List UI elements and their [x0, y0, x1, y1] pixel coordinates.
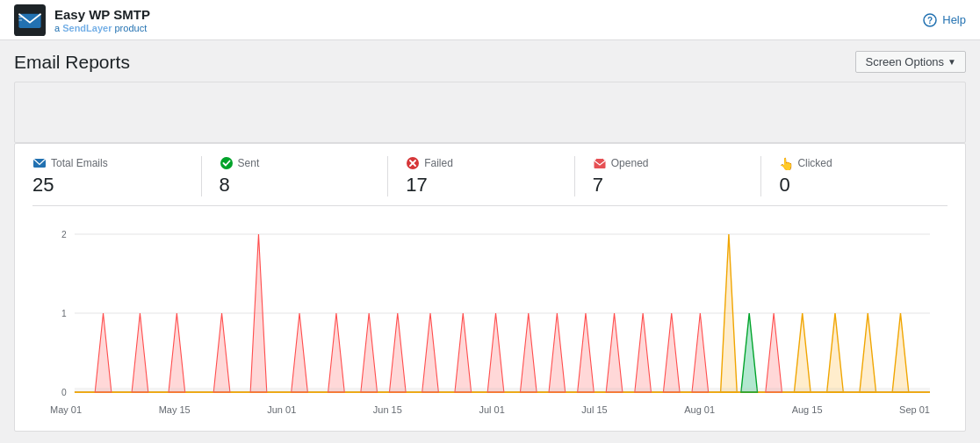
sent-label: Sent	[238, 157, 260, 169]
opened-value: 7	[593, 174, 744, 196]
svg-marker-23	[213, 313, 230, 392]
sent-icon	[220, 156, 234, 170]
email-icon	[32, 156, 47, 170]
stat-opened: Opened 7	[575, 156, 762, 196]
screen-options-label: Screen Options	[865, 55, 944, 68]
svg-marker-42	[794, 313, 811, 392]
app-title: Easy WP SMTP	[54, 7, 150, 23]
opened-icon	[593, 156, 607, 170]
svg-marker-21	[132, 313, 148, 392]
content-area: Total Emails 25 Sent 8	[0, 82, 980, 443]
x-label-may15: May 15	[159, 404, 191, 415]
svg-marker-20	[95, 313, 112, 392]
stat-total-emails: Total Emails 25	[32, 156, 202, 196]
svg-marker-27	[361, 313, 378, 392]
stat-failed: Failed 17	[388, 156, 575, 196]
opened-label: Opened	[611, 157, 649, 169]
x-label-aug15: Aug 15	[792, 404, 823, 415]
svg-marker-28	[389, 313, 406, 392]
svg-marker-25	[292, 313, 308, 392]
app-subtitle: a SendLayer product	[54, 23, 150, 33]
chart-wrap: 2 1 0	[32, 217, 948, 401]
svg-marker-36	[635, 313, 652, 392]
total-emails-value: 25	[32, 174, 184, 196]
failed-value: 17	[406, 174, 557, 196]
top-bar-right: ? Help	[923, 13, 966, 27]
screen-options-button[interactable]: Screen Options ▼	[855, 51, 966, 73]
gray-banner	[14, 82, 966, 143]
stats-card: Total Emails 25 Sent 8	[14, 143, 966, 432]
sent-value: 8	[220, 174, 371, 196]
svg-marker-32	[520, 313, 537, 392]
clicked-icon: 👆	[779, 156, 793, 170]
x-label-may01: May 01	[50, 404, 82, 415]
clicked-label: Clicked	[797, 157, 832, 169]
svg-marker-22	[169, 313, 185, 392]
x-label-jul01: Jul 01	[479, 404, 504, 415]
chart-svg: 2 1 0	[50, 225, 930, 401]
svg-marker-29	[422, 313, 439, 392]
svg-marker-26	[328, 313, 345, 392]
failed-icon	[406, 156, 420, 170]
svg-marker-41	[766, 313, 782, 392]
stat-sent: Sent 8	[202, 156, 389, 196]
svg-marker-34	[578, 313, 594, 392]
svg-text:0: 0	[61, 387, 67, 397]
help-icon: ?	[923, 13, 937, 27]
svg-marker-38	[692, 313, 709, 392]
logo-text: Easy WP SMTP a SendLayer product	[54, 7, 150, 33]
chart-container: 2 1 0	[50, 225, 930, 401]
svg-marker-44	[860, 313, 876, 392]
top-bar: Easy WP SMTP a SendLayer product ? Help	[0, 0, 980, 40]
chevron-down-icon: ▼	[948, 57, 956, 67]
svg-marker-37	[663, 313, 680, 392]
failed-label: Failed	[424, 157, 453, 169]
x-label-jun15: Jun 15	[373, 404, 402, 415]
x-axis-labels: May 01 May 15 Jun 01 Jun 15 Jul 01 Jul 1…	[32, 401, 948, 422]
page-title: Email Reports	[14, 52, 130, 73]
svg-marker-43	[827, 313, 844, 392]
svg-text:2: 2	[61, 229, 67, 239]
page-header: Email Reports Screen Options ▼	[0, 40, 980, 82]
x-label-sep01: Sep 01	[899, 404, 930, 415]
svg-marker-40	[741, 313, 758, 392]
x-label-jul15: Jul 15	[581, 404, 607, 415]
stats-row: Total Emails 25 Sent 8	[32, 156, 948, 206]
svg-marker-46	[75, 388, 930, 392]
svg-marker-30	[455, 313, 472, 392]
svg-text:?: ?	[927, 16, 933, 25]
svg-text:1: 1	[61, 308, 67, 318]
svg-marker-31	[487, 313, 504, 392]
total-emails-label: Total Emails	[51, 157, 108, 169]
clicked-value: 0	[779, 174, 930, 196]
stat-clicked: 👆 Clicked 0	[761, 156, 948, 196]
svg-marker-33	[549, 313, 566, 392]
x-label-jun01: Jun 01	[267, 404, 296, 415]
svg-point-7	[220, 157, 233, 169]
help-label[interactable]: Help	[942, 13, 966, 26]
logo-area: Easy WP SMTP a SendLayer product	[14, 4, 150, 36]
x-label-aug01: Aug 01	[684, 404, 715, 415]
svg-marker-35	[606, 313, 623, 392]
svg-text:👆: 👆	[779, 157, 793, 170]
logo-icon	[14, 4, 46, 36]
svg-marker-45	[892, 313, 909, 392]
